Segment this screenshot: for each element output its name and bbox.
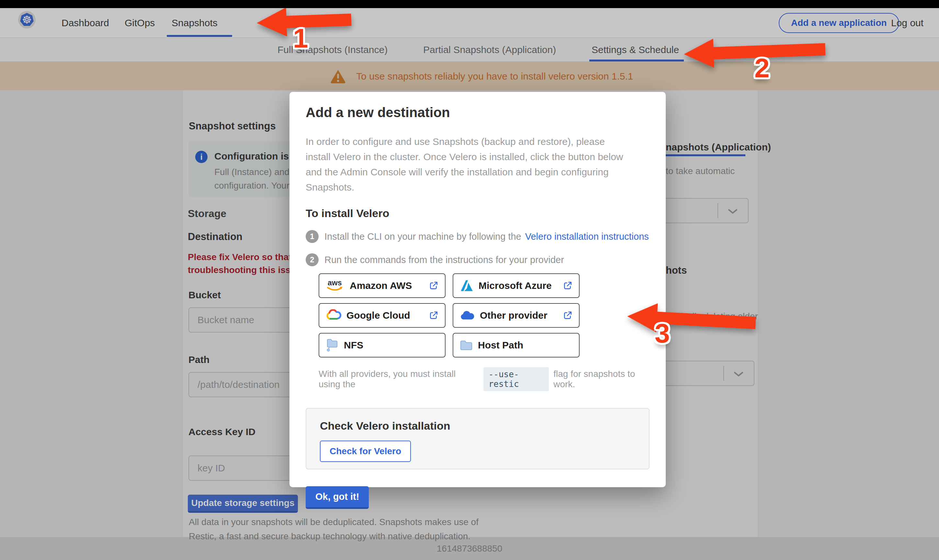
- check-velero-heading: Check Velero installation: [320, 420, 635, 432]
- modal-description: In order to configure and use Snapshots …: [306, 134, 628, 195]
- google-cloud-icon: [326, 309, 341, 322]
- step-2-text: Run the commands from the instructions f…: [324, 255, 564, 265]
- step-2-badge: 2: [306, 253, 319, 266]
- external-link-icon: [429, 311, 438, 320]
- screen-top-strip: [0, 0, 939, 8]
- cloud-icon: [460, 309, 475, 321]
- provider-grid: aws Amazon AWS Microsoft Azure: [319, 273, 649, 357]
- annotation-number-2: 2: [754, 52, 769, 84]
- install-velero-heading: To install Velero: [306, 207, 649, 220]
- restic-note: With all providers, you must install usi…: [319, 367, 649, 391]
- svg-text:aws: aws: [328, 278, 342, 287]
- provider-host-path[interactable]: Host Path: [453, 333, 580, 357]
- provider-nfs[interactable]: NFS: [319, 333, 446, 357]
- install-step-1: 1 Install the CLI on your machine by fol…: [306, 230, 649, 243]
- external-link-icon: [563, 311, 572, 320]
- check-velero-panel: Check Velero installation Check for Vele…: [306, 408, 649, 469]
- annotation-number-1: 1: [293, 23, 308, 54]
- check-for-velero-button[interactable]: Check for Velero: [320, 441, 411, 462]
- provider-other[interactable]: Other provider: [453, 303, 580, 328]
- external-link-icon: [429, 281, 438, 291]
- ok-got-it-button[interactable]: Ok, got it!: [306, 486, 369, 509]
- install-step-2: 2 Run the commands from the instructions…: [306, 253, 649, 266]
- add-destination-modal: Add a new destination In order to config…: [290, 92, 666, 487]
- folder-icon: [460, 339, 473, 351]
- external-link-icon: [563, 281, 572, 291]
- provider-microsoft-azure[interactable]: Microsoft Azure: [453, 273, 580, 298]
- aws-icon: aws: [326, 278, 344, 293]
- velero-instructions-link[interactable]: Velero installation instructions: [525, 231, 649, 242]
- use-restic-flag-chip: --use-restic: [483, 367, 549, 391]
- azure-icon: [460, 280, 473, 292]
- provider-google-cloud[interactable]: Google Cloud: [319, 303, 446, 328]
- step-1-text: Install the CLI on your machine by follo…: [324, 231, 521, 242]
- modal-title: Add a new destination: [306, 105, 649, 120]
- provider-amazon-aws[interactable]: aws Amazon AWS: [319, 273, 446, 298]
- step-1-badge: 1: [306, 230, 319, 243]
- annotation-number-3: 3: [655, 318, 670, 349]
- folder-network-icon: [326, 338, 339, 352]
